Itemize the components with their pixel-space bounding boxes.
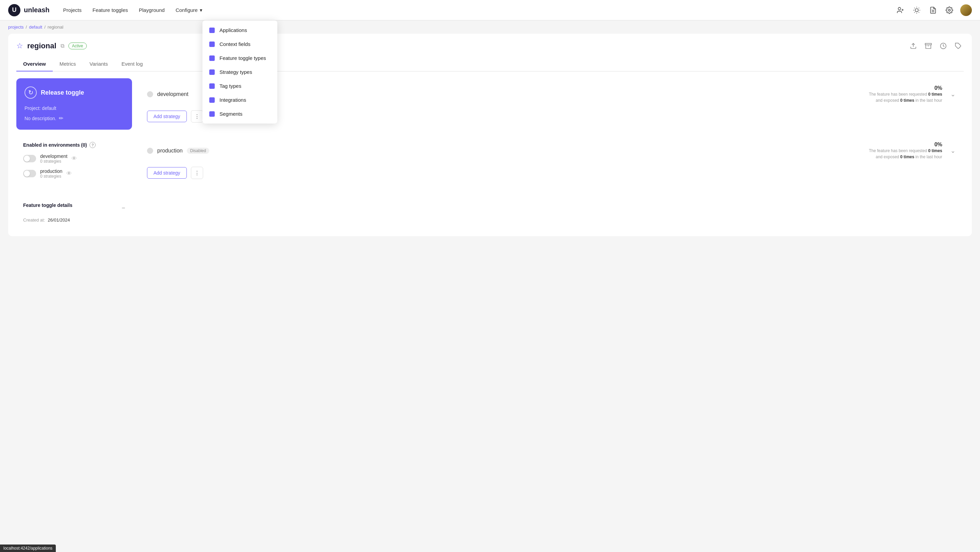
- dropdown-overlay[interactable]: [0, 0, 980, 552]
- status-bar: localhost:4242/applications: [0, 544, 56, 552]
- status-url: localhost:4242/applications: [3, 546, 52, 550]
